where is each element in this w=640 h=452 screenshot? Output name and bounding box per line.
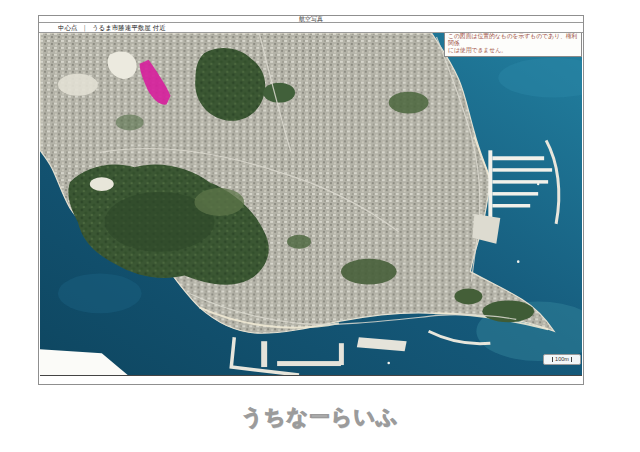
print-info: 印刷日時:2020/03/18 17:59:52 (499, 376, 580, 377)
aerial-photo-svg (40, 33, 582, 375)
watermark: うちなーらいふ (0, 403, 640, 431)
forest-patch-6 (287, 235, 311, 249)
disclaimer-line-2: には使用できません。 (448, 47, 578, 54)
marina-finger-5 (492, 204, 530, 207)
scale-label: 100m (555, 357, 569, 362)
page-title: 航空写真 (299, 16, 323, 22)
forest-patch-3 (389, 92, 429, 114)
shallow-water-bay (58, 274, 142, 314)
boat-1 (517, 260, 520, 263)
map-meta-bar: 中心点｜うるま市勝連平敷屋 付近 (39, 23, 583, 33)
port-pier-1 (261, 341, 267, 367)
scale-tick-right (571, 357, 572, 362)
separator: ｜ (82, 24, 88, 31)
marina-finger-3 (492, 180, 548, 183)
scale-bar: 100m (543, 354, 581, 365)
marina-finger-4 (492, 192, 538, 195)
scale-tick-left (552, 357, 553, 362)
forest-light-patch (194, 188, 244, 216)
boat-3 (387, 362, 390, 365)
ball-field (90, 177, 114, 191)
marina-finger-1 (492, 156, 544, 160)
forest-patch-1 (263, 83, 295, 103)
port-pier-3 (339, 343, 344, 365)
location-text: うるま市勝連平敷屋 付近 (92, 24, 166, 31)
aerial-map: この図面は位置的なものを示すものであり、権利関係 には使用できません。 100m… (40, 33, 582, 376)
forest-patch-5 (454, 289, 482, 305)
disclaimer-box: この図面は位置的なものを示すものであり、権利関係 には使用できません。 (444, 33, 582, 57)
forest-patch-2 (341, 259, 397, 285)
scanned-page: 航空写真 中心点｜うるま市勝連平敷屋 付近 (0, 0, 640, 452)
forest-patch-4 (482, 300, 534, 322)
boat-2 (537, 183, 539, 185)
marina-finger-2 (492, 168, 552, 171)
watermark-text: うちなーらいふ (242, 405, 399, 428)
page-border: 航空写真 中心点｜うるま市勝連平敷屋 付近 (38, 15, 584, 385)
disclaimer-line-1: この図面は位置的なものを示すものであり、権利関係 (448, 33, 578, 47)
map-title-bar: 航空写真 (39, 16, 583, 23)
open-field (58, 74, 98, 96)
port-pier-2 (277, 361, 341, 366)
forest-patch-7 (116, 115, 144, 131)
center-point-label: 中心点 (58, 24, 78, 31)
